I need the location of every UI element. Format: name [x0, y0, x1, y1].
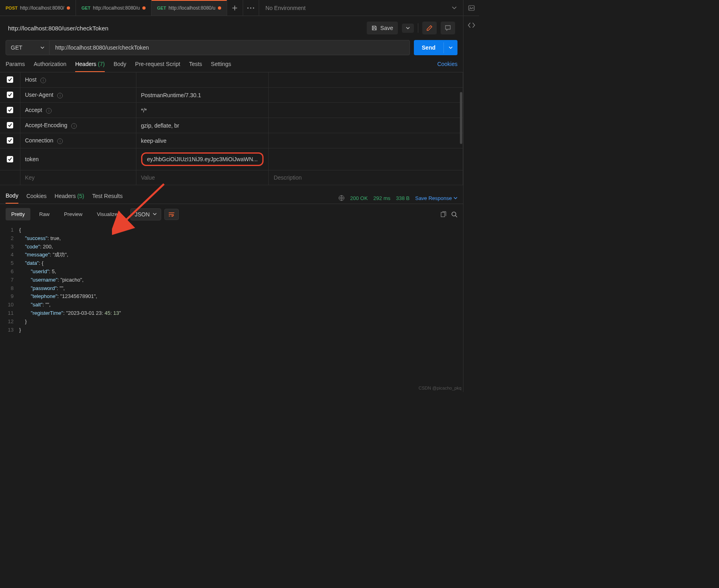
- tab-body[interactable]: Body: [114, 61, 126, 72]
- code-line: 10 "salt": "",: [0, 301, 463, 309]
- header-row: Accept-Encoding igzip, deflate, br: [0, 118, 463, 133]
- code-line: 2 "success": true,: [0, 234, 463, 243]
- save-button[interactable]: Save: [367, 22, 398, 34]
- header-key[interactable]: Host i: [20, 72, 136, 88]
- header-desc[interactable]: [269, 118, 463, 133]
- svg-rect-6: [441, 212, 445, 217]
- request-title-row: http://localhost:8080/user/checkToken Sa…: [0, 16, 463, 40]
- header-key[interactable]: Accept i: [20, 103, 136, 118]
- response-body[interactable]: 1{2 "success": true,3 "code": 200,4 "mes…: [0, 224, 463, 338]
- info-icon[interactable]: i: [46, 108, 52, 114]
- header-desc[interactable]: [269, 88, 463, 103]
- more-tabs-button[interactable]: [243, 0, 259, 16]
- tab-tests[interactable]: Tests: [189, 61, 202, 72]
- code-line: 4 "message": "成功",: [0, 251, 463, 259]
- checkbox[interactable]: [7, 137, 13, 144]
- tab-settings[interactable]: Settings: [211, 61, 231, 72]
- header-desc[interactable]: [269, 133, 463, 148]
- save-icon: [371, 25, 377, 31]
- mode-visualize[interactable]: Visualize: [91, 208, 123, 220]
- send-dropdown[interactable]: [443, 42, 457, 53]
- info-icon[interactable]: i: [71, 123, 77, 129]
- header-value[interactable]: gzip, deflate, br: [136, 118, 269, 133]
- header-value[interactable]: keep-alive: [136, 133, 269, 148]
- info-icon[interactable]: i: [40, 78, 46, 83]
- code-line: 12 }: [0, 318, 463, 326]
- tab-0[interactable]: POST http://localhost:8080/: [0, 0, 76, 16]
- code-line: 5 "data": {: [0, 259, 463, 268]
- checkbox[interactable]: [7, 122, 13, 128]
- copy-button[interactable]: [440, 211, 446, 218]
- wrap-button[interactable]: [164, 209, 179, 220]
- method-badge: POST: [6, 6, 18, 10]
- environment-quick-look-button[interactable]: [463, 0, 479, 16]
- resp-tab-tests[interactable]: Test Results: [92, 193, 122, 203]
- header-row: Accept i*/*: [0, 103, 463, 118]
- new-tab-button[interactable]: [227, 0, 243, 16]
- edit-button[interactable]: [422, 22, 437, 34]
- svg-point-4: [470, 7, 471, 8]
- checkbox[interactable]: [7, 156, 13, 162]
- header-key[interactable]: Connection i: [20, 133, 136, 148]
- code-line: 13}: [0, 326, 463, 334]
- format-select[interactable]: JSON: [130, 208, 161, 220]
- response-size: 338 B: [396, 195, 409, 201]
- header-value[interactable]: eyJhbGciOiJIUzI1NiJ9.eyJpc3MiOiJwaWN...: [141, 152, 264, 166]
- method-select[interactable]: GET: [6, 40, 50, 55]
- watermark: CSDN @picacho_pkq: [419, 386, 461, 390]
- info-icon[interactable]: i: [57, 93, 63, 98]
- tab-authorization[interactable]: Authorization: [34, 61, 66, 72]
- tab-url: http://localhost:8080/u: [168, 5, 215, 11]
- code-icon[interactable]: [468, 22, 475, 28]
- header-key[interactable]: token: [20, 148, 136, 170]
- tab-url: http://localhost:8080/: [20, 5, 64, 11]
- svg-point-2: [253, 7, 254, 8]
- header-key[interactable]: User-Agent i: [20, 88, 136, 103]
- header-desc[interactable]: [269, 72, 463, 88]
- send-button[interactable]: Send: [414, 40, 457, 55]
- header-value[interactable]: PostmanRuntime/7.30.1: [136, 88, 269, 103]
- header-desc[interactable]: [269, 148, 463, 170]
- environment-select[interactable]: No Environment: [259, 0, 463, 16]
- checkbox[interactable]: [7, 92, 13, 98]
- mode-raw[interactable]: Raw: [34, 208, 55, 220]
- comment-button[interactable]: [441, 22, 455, 34]
- url-input[interactable]: [50, 40, 410, 55]
- scrollbar-thumb[interactable]: [460, 92, 462, 144]
- cookies-link[interactable]: Cookies: [437, 61, 457, 67]
- checkbox[interactable]: [7, 76, 13, 83]
- save-response-button[interactable]: Save Response: [415, 195, 457, 201]
- tab-params[interactable]: Params: [6, 61, 25, 72]
- tab-headers[interactable]: Headers (7): [75, 61, 105, 72]
- header-key[interactable]: Accept-Encoding i: [20, 118, 136, 133]
- wrap-icon: [168, 212, 175, 217]
- tab-pre-request[interactable]: Pre-request Script: [135, 61, 180, 72]
- resp-tab-cookies[interactable]: Cookies: [26, 193, 47, 203]
- chevron-down-icon: [452, 6, 457, 10]
- chevron-down-icon: [153, 213, 157, 216]
- header-value[interactable]: */*: [136, 103, 269, 118]
- dirty-dot: [142, 6, 146, 10]
- save-dropdown-button[interactable]: [402, 24, 414, 33]
- save-label: Save: [380, 25, 393, 31]
- header-row: token eyJhbGciOiJIUzI1NiJ9.eyJpc3MiOiJwa…: [0, 148, 463, 170]
- svg-rect-3: [469, 6, 474, 10]
- tab-2[interactable]: GET http://localhost:8080/u: [152, 0, 227, 16]
- info-icon[interactable]: i: [57, 138, 63, 144]
- code-line: 6 "userId": 5,: [0, 268, 463, 276]
- header-new-row[interactable]: KeyValueDescription: [0, 170, 463, 185]
- title-actions: Save: [367, 22, 455, 34]
- environment-label: No Environment: [266, 5, 306, 11]
- response-time: 292 ms: [373, 195, 391, 201]
- mode-preview[interactable]: Preview: [58, 208, 88, 220]
- code-line: 1{: [0, 226, 463, 234]
- resp-tab-body[interactable]: Body: [6, 192, 18, 204]
- header-desc[interactable]: [269, 103, 463, 118]
- globe-icon[interactable]: [338, 195, 345, 201]
- resp-tab-headers[interactable]: Headers (5): [55, 193, 84, 203]
- tab-1[interactable]: GET http://localhost:8080/u: [76, 0, 152, 16]
- mode-pretty[interactable]: Pretty: [6, 208, 30, 220]
- checkbox[interactable]: [7, 107, 13, 113]
- search-button[interactable]: [451, 211, 457, 218]
- header-value[interactable]: [136, 72, 269, 88]
